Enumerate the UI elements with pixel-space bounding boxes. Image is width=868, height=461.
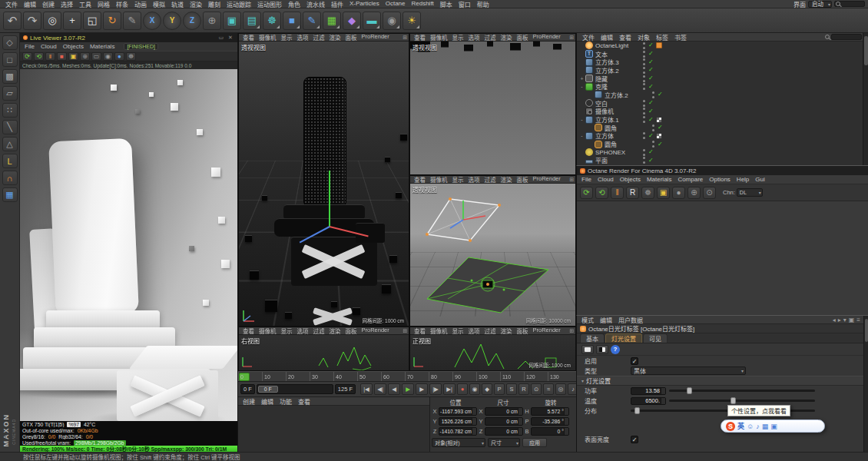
sogou-input-bar[interactable]: S 英 ☺♪▦▣	[721, 420, 825, 433]
menu-item[interactable]: 编辑	[598, 33, 616, 41]
menu-item[interactable]: 过滤	[482, 176, 499, 184]
size-field[interactable]: 0 cm	[485, 417, 523, 426]
menu-item[interactable]: 查看	[240, 34, 257, 41]
menu-item[interactable]: Octane	[383, 0, 409, 8]
command-search[interactable]	[834, 1, 865, 7]
menu-item[interactable]: 面板	[343, 327, 359, 335]
refresh-icon[interactable]: ⟳	[580, 187, 593, 199]
apply-button[interactable]: 应用	[522, 438, 547, 447]
expander-icon[interactable]: +	[579, 76, 585, 81]
menu-item[interactable]: 编辑	[21, 0, 39, 8]
pick-focus-icon[interactable]: ⊕	[687, 187, 701, 199]
sound-toggle[interactable]: ♪	[568, 383, 576, 395]
visibility-dots[interactable]	[652, 124, 655, 131]
reset-icon[interactable]: ⟲	[595, 187, 608, 199]
primitive-cube-button[interactable]: ■	[283, 12, 301, 30]
menu-item[interactable]: 文件	[579, 33, 598, 41]
pause-icon[interactable]: ‖	[611, 187, 624, 199]
object-row[interactable]: 圆角 ✓	[577, 124, 862, 132]
scrollbar-thumb[interactable]	[864, 36, 868, 65]
menu-item[interactable]: 选项	[466, 327, 482, 335]
snap-icon[interactable]: ▦	[2, 187, 18, 202]
expander-icon[interactable]: -	[579, 117, 585, 122]
menu-item[interactable]: 渲染	[499, 34, 515, 41]
temperature-slider-knob[interactable]	[731, 397, 736, 404]
menu-item[interactable]: 流水线	[303, 0, 328, 8]
visibility-dots[interactable]	[643, 75, 646, 82]
menu-item[interactable]: 显示	[450, 34, 466, 41]
menu-item[interactable]: 过滤	[311, 327, 327, 335]
menu-item[interactable]: ProRender	[359, 327, 392, 335]
enabled-check-icon[interactable]: ✓	[648, 50, 654, 58]
goto-end-button[interactable]: ▶|	[443, 383, 456, 395]
menu-item[interactable]: ProRender	[359, 34, 392, 41]
emoji-icon[interactable]: ☺	[747, 423, 754, 430]
menu-item[interactable]: Cloud	[38, 43, 60, 50]
menu-item[interactable]: 编辑	[597, 316, 615, 324]
expander-icon[interactable]: -	[579, 84, 585, 89]
menu-item[interactable]: 摄像机	[428, 176, 450, 184]
menu-item[interactable]: 摄像机	[257, 34, 279, 41]
enabled-check-icon[interactable]: ✓	[658, 124, 663, 131]
frame-slider-knob[interactable]: 0 F	[258, 386, 278, 393]
type-dropdown[interactable]: 黑体	[631, 366, 746, 375]
menu-item[interactable]: 渲染	[499, 327, 515, 335]
menu-item[interactable]: File	[22, 43, 38, 50]
expander-icon[interactable]: -	[579, 133, 585, 138]
menu-item[interactable]: 选项	[466, 176, 482, 184]
rotation-field[interactable]: 0 °	[531, 427, 569, 436]
record-position-toggle[interactable]: P	[494, 383, 505, 395]
settings-icon[interactable]: ☸	[126, 52, 136, 61]
menu-item[interactable]: 面板	[515, 176, 531, 184]
menu-item[interactable]: 面板	[515, 327, 531, 335]
menu-item[interactable]: 样条	[113, 0, 131, 8]
menu-item[interactable]: 选项	[295, 327, 311, 335]
menu-item[interactable]: 运动跟踪	[224, 0, 254, 8]
menu-item[interactable]: 显示	[279, 34, 295, 41]
material-ball-icon[interactable]: ●	[672, 187, 685, 199]
object-row[interactable]: SPHONEX ✓	[577, 148, 862, 157]
sogou-logo-icon[interactable]: S	[726, 422, 735, 431]
menu-item[interactable]: ProRender	[531, 34, 563, 41]
object-row[interactable]: 立方体.2 ✓	[577, 66, 862, 75]
object-row[interactable]: - 立方体.1 ✓	[577, 115, 862, 124]
enabled-check-icon[interactable]: ✓	[648, 66, 654, 74]
enabled-check-icon[interactable]: ✓	[648, 148, 654, 156]
next-key-button[interactable]: |▶	[429, 383, 442, 395]
menu-item[interactable]: 轨道	[168, 0, 187, 8]
record-rotation-toggle[interactable]: R	[518, 383, 529, 395]
frame-range-slider[interactable]: 0 F	[257, 384, 333, 394]
octane-window-titlebar[interactable]: Octane Render For Cinema 4D 3.07-R2	[577, 166, 868, 175]
visibility-dots[interactable]	[643, 108, 646, 114]
menu-item[interactable]: 选项	[295, 34, 311, 41]
menu-item[interactable]: Objects	[617, 176, 644, 183]
menu-item[interactable]: 渲染	[499, 176, 515, 184]
focus-pick-icon[interactable]: ⊕	[80, 52, 90, 61]
menu-item[interactable]: 脚本	[437, 0, 456, 8]
object-row[interactable]: 圆角 ✓	[577, 140, 862, 148]
environment-button[interactable]: ▬	[363, 12, 381, 30]
menu-item[interactable]: Objects	[60, 43, 87, 50]
object-row[interactable]: 平面 ✓	[577, 157, 862, 165]
menu-item[interactable]: Materials	[644, 176, 674, 183]
size-mode-dropdown[interactable]: 尺寸	[488, 438, 520, 447]
undo-button[interactable]: ↶	[3, 12, 22, 30]
menu-item[interactable]: 运动图形	[254, 0, 285, 8]
position-field[interactable]: 1526.226 cm	[439, 417, 477, 426]
power-slider-knob[interactable]	[687, 387, 692, 394]
keyboard-icon[interactable]: ▦	[762, 423, 769, 430]
tag-icon[interactable]	[656, 133, 662, 139]
visibility-dots[interactable]	[643, 67, 646, 74]
menu-item[interactable]: 查看	[295, 397, 313, 406]
menu-item[interactable]: Materials	[87, 43, 118, 50]
object-row[interactable]: - 克隆 ✓	[577, 82, 862, 91]
attribute-tab[interactable]: 灯光设置	[605, 333, 642, 343]
enabled-check-icon[interactable]: ✓	[658, 91, 663, 98]
viewport-canvas[interactable]: 透视视图 网格间距: 10000 cm	[410, 184, 575, 326]
visibility-dots[interactable]	[643, 132, 646, 139]
viewport-canvas[interactable]: 右视图	[239, 335, 409, 370]
language-toggle[interactable]: 英	[737, 421, 744, 431]
preset-button[interactable]	[581, 345, 594, 354]
menu-item[interactable]: 模拟	[150, 0, 168, 8]
menu-item[interactable]: 选项	[466, 34, 482, 41]
